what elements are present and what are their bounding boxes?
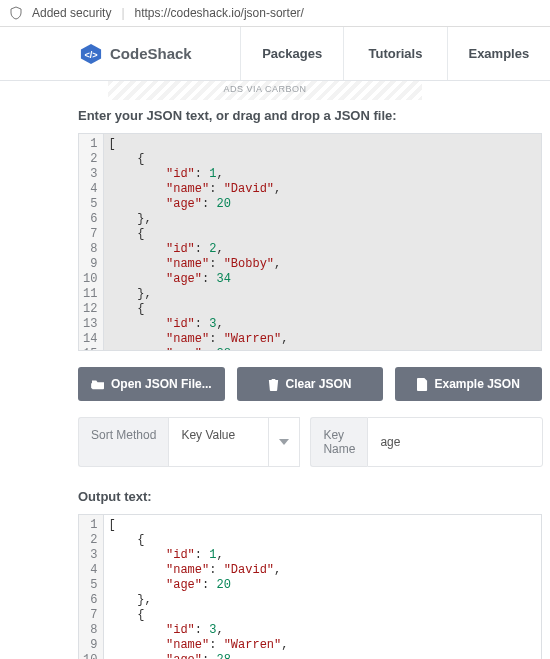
output-label: Output text:	[78, 489, 542, 504]
example-json-button[interactable]: Example JSON	[395, 367, 542, 401]
input-line-gutter: 123456789101112131415	[79, 134, 104, 350]
open-json-file-button[interactable]: Open JSON File...	[78, 367, 225, 401]
nav-packages[interactable]: Packages	[240, 27, 343, 80]
key-name-control: Key Name	[310, 417, 543, 467]
file-icon	[417, 378, 428, 391]
svg-text:</>: </>	[84, 49, 97, 59]
sort-method-label: Sort Method	[78, 417, 168, 467]
key-name-input[interactable]	[367, 417, 543, 467]
brand-logo-icon: </>	[80, 43, 102, 65]
brand[interactable]: </> CodeShack	[0, 27, 240, 80]
input-prompt: Enter your JSON text, or drag and drop a…	[78, 108, 542, 123]
brand-name: CodeShack	[110, 45, 192, 62]
sort-controls-row: Sort Method Key Value Key Name	[78, 417, 542, 467]
output-code-body: [ { "id": 1, "name": "David", "age": 20 …	[104, 515, 541, 659]
nav-examples[interactable]: Examples	[447, 27, 550, 80]
open-label: Open JSON File...	[111, 377, 212, 391]
sort-method-control: Sort Method Key Value	[78, 417, 300, 467]
json-output-editor: 1234567891011 [ { "id": 1, "name": "Davi…	[78, 514, 542, 659]
key-name-label: Key Name	[310, 417, 367, 467]
sort-method-select[interactable]: Key Value	[168, 417, 268, 467]
divider: |	[121, 6, 124, 20]
ads-banner[interactable]: ADS VIA CARBON	[108, 81, 422, 100]
url-text[interactable]: https://codeshack.io/json-sorter/	[135, 6, 304, 20]
clear-label: Clear JSON	[285, 377, 351, 391]
clear-json-button[interactable]: Clear JSON	[237, 367, 384, 401]
input-code-body[interactable]: [ { "id": 1, "name": "David", "age": 20 …	[104, 134, 541, 350]
output-line-gutter: 1234567891011	[79, 515, 104, 659]
browser-address-bar: Added security | https://codeshack.io/js…	[0, 0, 550, 27]
trash-icon	[268, 378, 279, 391]
folder-open-icon	[91, 378, 105, 390]
action-button-row: Open JSON File... Clear JSON Example JSO…	[78, 367, 542, 401]
security-status: Added security	[32, 6, 111, 20]
nav-tutorials[interactable]: Tutorials	[343, 27, 446, 80]
chevron-down-icon[interactable]	[268, 417, 300, 467]
top-nav: </> CodeShack Packages Tutorials Example…	[0, 27, 550, 81]
json-input-editor[interactable]: 123456789101112131415 [ { "id": 1, "name…	[78, 133, 542, 351]
example-label: Example JSON	[434, 377, 519, 391]
shield-icon	[10, 6, 22, 20]
